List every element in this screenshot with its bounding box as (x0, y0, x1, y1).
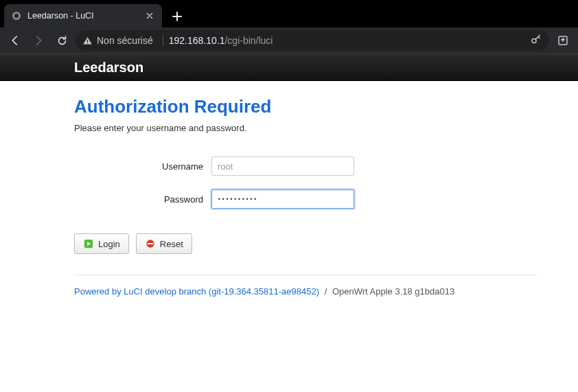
password-label: Password (74, 194, 211, 205)
footer: Powered by LuCI develop branch (git-19.3… (74, 286, 537, 297)
install-app-icon[interactable] (553, 31, 573, 50)
username-label: Username (74, 161, 211, 172)
close-icon[interactable] (144, 10, 155, 21)
key-icon[interactable] (530, 34, 542, 48)
luci-link[interactable]: Powered by LuCI develop branch (git-19.3… (74, 286, 319, 297)
password-row: Password (74, 189, 537, 209)
form-actions: Login Reset (74, 233, 537, 254)
svg-rect-3 (87, 43, 88, 43)
stop-icon (145, 238, 156, 249)
login-button[interactable]: Login (74, 233, 129, 254)
svg-rect-2 (87, 39, 88, 42)
login-form: Username Password (74, 157, 537, 209)
url-text: 192.168.10.1/cgi-bin/luci (169, 35, 273, 46)
svg-point-1 (14, 14, 19, 18)
reload-button[interactable] (52, 31, 71, 50)
browser-chrome: Leedarson - LuCI Non sécurisé 192.168. (0, 0, 578, 54)
url-host: 192.168.10.1 (169, 35, 225, 46)
back-button[interactable] (5, 31, 25, 50)
brand-title: Leedarson (74, 60, 143, 76)
footer-slash: / (325, 286, 327, 297)
url-path: /cgi-bin/luci (224, 35, 273, 46)
password-input[interactable] (211, 189, 354, 209)
page-subtitle: Please enter your username and password. (74, 123, 537, 133)
forward-button[interactable] (29, 31, 48, 50)
play-icon (83, 238, 94, 249)
new-tab-button[interactable] (167, 7, 187, 26)
toolbar: Non sécurisé 192.168.10.1/cgi-bin/luci (0, 27, 578, 54)
username-row: Username (74, 157, 537, 176)
reset-button-label: Reset (160, 239, 183, 249)
separator (163, 35, 163, 46)
tab-title: Leedarson - LuCI (27, 11, 139, 21)
app-header: Leedarson (0, 54, 578, 81)
address-bar[interactable]: Non sécurisé 192.168.10.1/cgi-bin/luci (76, 30, 549, 51)
svg-rect-8 (147, 243, 153, 244)
security-label: Non sécurisé (97, 35, 153, 46)
main-content: Authorization Required Please enter your… (0, 81, 578, 297)
login-button-label: Login (98, 239, 120, 249)
warning-icon (82, 36, 93, 46)
footer-separator (74, 275, 537, 275)
browser-tab[interactable]: Leedarson - LuCI (4, 4, 162, 27)
page-heading: Authorization Required (74, 96, 537, 117)
security-indicator[interactable]: Non sécurisé (82, 35, 169, 46)
tab-favicon-icon (11, 10, 22, 21)
firmware-text: OpenWrt Apple 3.18 g1bda013 (332, 286, 454, 297)
username-input[interactable] (211, 157, 354, 176)
reset-button[interactable]: Reset (136, 233, 192, 254)
tab-strip: Leedarson - LuCI (0, 0, 578, 27)
